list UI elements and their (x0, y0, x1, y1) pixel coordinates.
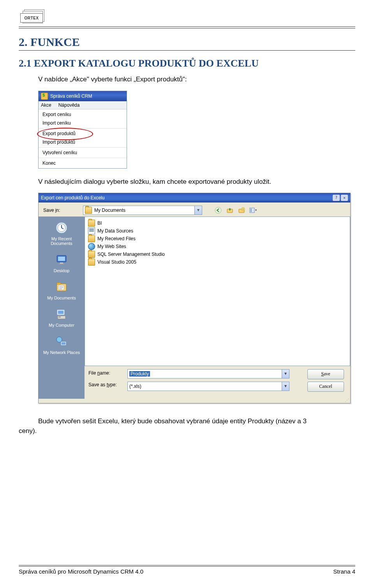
savetype-label: Save as type: (85, 382, 127, 394)
place-desktop[interactable]: Desktop (40, 251, 83, 275)
paragraph-result-line1: Bude vytvořen sešit Excelu, který bude o… (38, 417, 307, 425)
place-label: Desktop (54, 268, 69, 273)
crm-app-icon (41, 93, 48, 100)
place-recent[interactable]: My Recent Documents (40, 219, 83, 248)
views-icon (249, 207, 257, 214)
filename-input[interactable]: Produkty ▾ (127, 369, 289, 379)
footer-right: Strana 4 (333, 568, 355, 575)
list-item[interactable]: My Web Sites (87, 243, 348, 250)
file-name: My Data Sources (97, 228, 133, 234)
close-button[interactable]: ✕ (341, 195, 348, 201)
paragraph-result-line2: ceny). (19, 427, 37, 435)
menu-separator (39, 147, 127, 148)
filename-value: Produkty (129, 371, 150, 377)
list-item[interactable]: My Data Sources (87, 227, 348, 235)
svg-rect-11 (58, 257, 65, 261)
footer-left: Správa ceníků pro Microsoft Dynamics CRM… (19, 568, 143, 575)
svg-rect-15 (57, 283, 61, 284)
chevron-down-icon[interactable]: ▾ (282, 370, 289, 378)
places-bar: My Recent Documents Desktop My Documents… (39, 217, 85, 399)
svg-point-0 (215, 207, 221, 213)
menu-item-export-ceniku[interactable]: Export ceníku (39, 110, 127, 119)
folder-icon (85, 207, 92, 214)
file-name: My Web Sites (97, 244, 126, 249)
dialog-titlebar: Export cen produktů do Excelu ? ✕ (39, 193, 350, 202)
menu-separator (39, 158, 127, 158)
logo-ortex: ORTEX (19, 9, 46, 25)
list-item[interactable]: BI (87, 219, 348, 227)
network-icon (55, 334, 69, 349)
menu-item-vytvoreni-ceniku[interactable]: Vytvoření ceníku (39, 148, 127, 157)
place-label: My Network Places (43, 350, 80, 355)
new-folder-button[interactable] (237, 206, 246, 215)
list-item[interactable]: SQL Server Management Studio (87, 250, 348, 258)
file-name: Visual Studio 2005 (97, 259, 136, 265)
dialog-nav-toolbar (214, 206, 258, 215)
place-label: My Computer (49, 323, 74, 327)
savetype-value: (*.xls) (129, 384, 141, 389)
header-rule (19, 26, 355, 28)
mydocuments-icon (55, 280, 69, 294)
label-text: Save in: (43, 208, 60, 213)
filename-label: File name: (85, 370, 127, 382)
heading-funkce: 2. FUNKCE (19, 35, 355, 49)
list-item[interactable]: Visual Studio 2005 (87, 258, 348, 266)
up-one-level-button[interactable] (226, 206, 234, 215)
recent-icon (55, 221, 69, 235)
svg-rect-6 (251, 210, 252, 211)
paragraph-result: Bude vytvořen sešit Excelu, který bude o… (19, 417, 355, 436)
resize-grip-icon[interactable]: ⋰ (39, 399, 350, 403)
menu-item-import-ceniku[interactable]: Import ceníku (39, 119, 127, 127)
folder-icon (88, 259, 95, 266)
chevron-down-icon[interactable]: ▾ (194, 206, 202, 215)
folder-icon (88, 235, 95, 242)
new-folder-icon (238, 207, 245, 214)
place-mycomputer[interactable]: My Computer (40, 305, 83, 329)
savetype-combo[interactable]: (*.xls) ▾ (127, 382, 289, 391)
back-icon (215, 207, 222, 214)
dialog-toolbar-row: Save in: My Documents ▾ (39, 202, 350, 217)
place-network[interactable]: My Network Places (40, 333, 83, 357)
back-button[interactable] (214, 206, 222, 215)
crm-window-screenshot: Správa ceníků CRM Akce Nápověda Export c… (38, 91, 127, 169)
page-footer: Správa ceníků pro Microsoft Dynamics CRM… (19, 565, 355, 575)
save-in-combo[interactable]: My Documents ▾ (83, 206, 202, 215)
save-in-value: My Documents (94, 208, 125, 213)
menu-item-export-produktu[interactable]: Export produktů (39, 129, 127, 138)
svg-rect-23 (62, 342, 65, 345)
chevron-down-icon[interactable]: ▾ (282, 382, 289, 391)
place-mydocuments[interactable]: My Documents (40, 278, 83, 302)
dialog-title-text: Export cen produktů do Excelu (41, 195, 332, 201)
logo-text: ORTEX (20, 13, 43, 23)
web-icon (88, 243, 95, 250)
save-button[interactable]: Save (307, 369, 344, 379)
cancel-button[interactable]: Cancel (307, 382, 344, 392)
file-list[interactable]: BI My Data Sources My Received Files My … (85, 217, 350, 366)
menu-item-konec[interactable]: Konec (39, 159, 127, 167)
menu-item-label: Export produktů (42, 131, 76, 136)
svg-rect-4 (250, 208, 254, 213)
save-dialog-screenshot: Export cen produktů do Excelu ? ✕ Save i… (38, 193, 351, 403)
svg-rect-13 (59, 264, 64, 264)
datasource-icon (88, 227, 95, 234)
dialog-bottom-row: File name: Save as type: Produkty ▾ (*.x… (85, 366, 350, 399)
crm-titlebar: Správa ceníků CRM (39, 91, 127, 101)
menu-item-import-produktu[interactable]: Import produktů (39, 138, 127, 146)
svg-rect-20 (58, 317, 61, 317)
menu-separator (39, 128, 127, 129)
crm-title-text: Správa ceníků CRM (50, 93, 92, 99)
menu-akce[interactable]: Akce (41, 102, 51, 108)
header-logo: ORTEX (19, 9, 355, 25)
place-label: My Recent Documents (51, 236, 72, 246)
svg-rect-5 (251, 209, 252, 209)
help-button[interactable]: ? (333, 195, 340, 201)
crm-menu-list: Export ceníku Import ceníku Export produ… (39, 109, 127, 168)
list-item[interactable]: My Received Files (87, 235, 348, 243)
svg-rect-7 (251, 211, 252, 212)
heading-export-katalogu: 2.1 EXPORT KATALOGU PRODUKTŮ DO EXCELU (19, 58, 355, 69)
views-button[interactable] (249, 206, 258, 215)
folder-icon (88, 251, 95, 258)
heading-rule (19, 50, 355, 51)
file-name: My Received Files (97, 236, 136, 241)
menu-napoveda[interactable]: Nápověda (58, 102, 80, 108)
